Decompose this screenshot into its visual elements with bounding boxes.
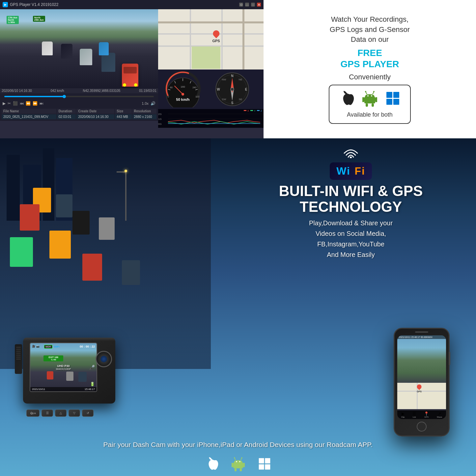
svg-text:E: E [245,88,247,91]
phone-pin-head [416,383,423,390]
speaker-line-2 [16,349,21,350]
dash-cam-device: EXIT 188¾ mi 🎥 📷 [13,338,119,410]
car-black [61,44,72,59]
bottom-android-svg [232,457,245,471]
resolution-value: 3840X2160P [56,368,71,371]
speaker-line-6 [16,357,21,357]
phone-toolbar: ▶ Clip ☰ List 📍 GPS [397,410,446,419]
svg-rect-40 [257,110,260,111]
pair-text: Pair your Dash Cam with your iPhone,iPad… [0,439,476,450]
camera-lens [96,351,112,367]
svg-point-45 [373,91,375,92]
phone-screen: 2021/10/11 15:46:17 60.80KM/H GPS [397,335,446,419]
close-button[interactable]: ✕ [257,3,261,7]
svg-text:SW: SW [222,98,226,101]
step-forward-button[interactable]: ⏩ [33,101,38,106]
svg-point-57 [350,156,352,158]
svg-rect-54 [393,92,399,98]
compass-svg: N S E W NW NE SW SE [209,71,255,107]
phone-tool-share[interactable]: ↗ Share [437,411,442,418]
phone-tool-clip[interactable]: ▶ Clip [401,411,405,418]
tool-share-label: Share [437,416,442,418]
phone-tool-gps[interactable]: 📍 GPS [424,411,429,418]
svg-line-59 [240,458,242,460]
svg-rect-48 [372,103,374,107]
maximize-button[interactable]: □ [251,3,255,7]
player-content: 17th AveNorth¼ Mile North25th Ave 2020/0… [0,9,264,128]
dash-cam-body: EXIT 188¾ mi 🎥 📷 [23,338,115,404]
map-road-main [242,9,244,70]
car-dark1 [101,53,115,72]
speaker-line-1 [16,347,21,348]
camera-icon-2: 📷 [36,345,40,348]
wifi-badge-box: Wi Fi [330,162,372,180]
screen-car-1 [78,372,87,382]
compass: N S E W NW NE SW SE [209,71,255,107]
play-button[interactable]: ▶ [3,101,6,106]
instruments-row: 160 80 240 0 320 50 km/h [158,70,264,109]
car-blue [99,42,109,55]
table-row[interactable]: 2020_0825_115431_099.MOV 02:03:01 2020/0… [2,114,156,119]
car-traffic-3 [72,211,90,235]
up-button[interactable]: △ [55,409,67,417]
cam-top-bevel [23,338,115,341]
svg-point-61 [241,457,242,459]
prev-frame-button[interactable]: ⏮ [20,101,24,106]
svg-text:S: S [231,101,234,105]
svg-point-26 [231,88,234,91]
phone-side-button[interactable] [449,352,450,365]
svg-rect-66 [243,463,244,467]
down-button[interactable]: ▽ [69,409,80,417]
map-park [192,46,220,69]
speedometer: 160 80 240 0 320 50 km/h [160,71,206,107]
volume-button[interactable]: 🔊 [151,101,155,106]
platform-icons [339,90,400,108]
cam-buttons-row: ⏻|ok ☰ △ ▽ ↺ [26,409,94,417]
cell-resolution: 2880 x 2160 [132,114,156,119]
next-frame-button[interactable]: ⏭ [40,101,43,106]
prev-button[interactable]: ⏪ [26,101,31,106]
svg-point-12 [182,93,184,96]
cell-size: 443 MB [115,114,131,119]
svg-rect-71 [259,464,264,469]
power-button[interactable]: ⏻|ok [26,409,40,417]
light-arm [117,171,126,173]
minimize-button[interactable]: — [245,3,249,7]
back-button[interactable]: ↺ [82,409,94,417]
settings-button[interactable]: ⚙ [239,3,243,7]
svg-text:W: W [217,88,220,91]
scissors-button[interactable]: ✂ [8,101,11,106]
speedometer-svg: 160 80 240 0 320 50 km/h [160,71,206,107]
cam-timer: 00 : 00 : 22 [80,345,95,348]
dash-cam-wrapper: EXIT 188¾ mi 🎥 📷 [13,338,119,410]
cell-date: 2020/06/10 14:16:30 [76,114,114,119]
svg-rect-47 [366,103,368,107]
svg-text:240: 240 [192,86,196,89]
svg-text:160: 160 [181,85,185,88]
bottom-apple-icon [205,457,218,473]
gps-pin: GPS [212,30,220,43]
svg-rect-50 [375,97,377,102]
phone-gps-label: GPS [417,390,422,393]
bottom-platform-icons [0,457,476,473]
menu-button[interactable]: ☰ [42,409,53,417]
svg-point-44 [365,91,366,92]
cell-duration: 02:03:01 [57,114,76,119]
svg-text:Y: Y [254,110,256,112]
svg-rect-53 [386,92,392,98]
free-gps-label: FREE GPS PLAYER [329,47,411,70]
bottom-apple-svg [205,457,218,471]
timeline-thumb[interactable] [63,95,66,98]
timeline-bar[interactable] [4,96,154,97]
svg-text:NW: NW [222,78,226,81]
traffic-bg-left [0,138,211,369]
video-panel: 17th AveNorth¼ Mile North25th Ave [0,9,158,88]
apple-logo-svg [339,90,354,107]
stop-button[interactable]: ⬛ [13,101,18,106]
svg-text:0G: 0G [158,123,162,126]
svg-rect-36 [244,110,246,111]
svg-text:SE: SE [239,98,242,101]
phone-tool-list[interactable]: ☰ List [412,411,416,418]
cam-ui-icons: 🎥 📷 [32,345,40,348]
phone-home-button[interactable] [417,422,427,432]
